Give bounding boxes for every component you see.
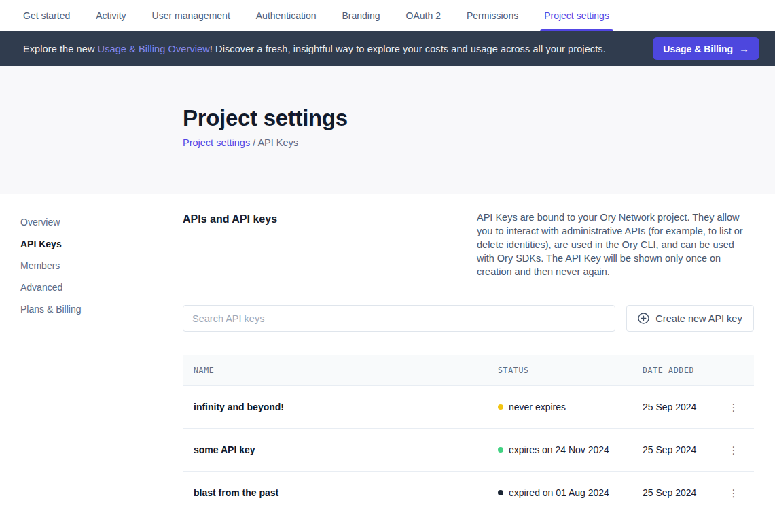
breadcrumb-project-settings-link[interactable]: Project settings xyxy=(183,137,250,148)
section-description: API Keys are bound to your Ory Network p… xyxy=(477,211,754,279)
api-keys-table: NAME STATUS DATE ADDED infinity and beyo… xyxy=(183,355,754,514)
section-intro: APIs and API keys API Keys are bound to … xyxy=(183,211,754,279)
column-header-status: STATUS xyxy=(498,366,643,375)
column-header-date-added: DATE ADDED xyxy=(643,366,724,375)
usage-billing-button-label: Usage & Billing xyxy=(663,43,733,54)
nav-tab-user-management[interactable]: User management xyxy=(152,0,230,31)
kebab-menu-icon[interactable]: ⋮ xyxy=(725,485,743,501)
page-header: Project settings Project settings / API … xyxy=(0,66,775,194)
breadcrumb-separator: / xyxy=(253,137,255,148)
nav-tab-authentication[interactable]: Authentication xyxy=(256,0,317,31)
circle-plus-icon xyxy=(638,313,649,324)
banner-message: Explore the new Usage & Billing Overview… xyxy=(23,43,606,54)
kebab-menu-icon[interactable]: ⋮ xyxy=(725,400,743,415)
api-key-name: some API key xyxy=(194,444,498,455)
sidebar-item-api-keys[interactable]: API Keys xyxy=(20,237,183,251)
section-title: APIs and API keys xyxy=(183,211,277,226)
sidebar-item-plans-billing[interactable]: Plans & Billing xyxy=(20,302,183,316)
status-dot-icon xyxy=(498,490,503,495)
status-text: never expires xyxy=(509,402,566,412)
breadcrumb-current: API Keys xyxy=(257,137,298,148)
status-text: expired on 01 Aug 2024 xyxy=(509,487,609,498)
api-keys-section: APIs and API keys API Keys are bound to … xyxy=(183,194,754,514)
sidebar-item-members[interactable]: Members xyxy=(20,259,183,272)
table-row: some API key expires on 24 Nov 2024 25 S… xyxy=(183,429,754,472)
usage-billing-overview-link[interactable]: Usage & Billing Overview xyxy=(98,43,210,54)
breadcrumb: Project settings / API Keys xyxy=(183,137,775,148)
nav-tab-branding[interactable]: Branding xyxy=(342,0,380,31)
settings-sidebar: Overview API Keys Members Advanced Plans… xyxy=(0,194,183,514)
search-input[interactable] xyxy=(183,305,615,332)
api-key-date-added: 25 Sep 2024 xyxy=(643,487,724,498)
announcement-banner: Explore the new Usage & Billing Overview… xyxy=(0,31,775,66)
api-key-name: infinity and beyond! xyxy=(194,402,498,412)
table-actions-row: Create new API key xyxy=(183,305,754,332)
sidebar-item-advanced[interactable]: Advanced xyxy=(20,281,183,294)
banner-text-before: Explore the new xyxy=(23,43,98,54)
nav-tab-activity[interactable]: Activity xyxy=(96,0,126,31)
top-navigation: Get started Activity User management Aut… xyxy=(0,0,775,31)
sidebar-item-overview[interactable]: Overview xyxy=(20,215,183,229)
status-dot-icon xyxy=(498,404,503,410)
usage-billing-button[interactable]: Usage & Billing → xyxy=(653,37,759,60)
api-key-status: expires on 24 Nov 2024 xyxy=(498,444,643,455)
api-key-date-added: 25 Sep 2024 xyxy=(643,444,724,455)
status-dot-icon xyxy=(498,447,503,453)
api-key-date-added: 25 Sep 2024 xyxy=(643,402,724,412)
api-key-name: blast from the past xyxy=(194,487,498,498)
nav-tab-project-settings[interactable]: Project settings xyxy=(544,0,609,31)
nav-tab-get-started[interactable]: Get started xyxy=(23,0,70,31)
create-api-key-button[interactable]: Create new API key xyxy=(626,305,754,332)
page-title: Project settings xyxy=(183,105,775,131)
api-key-status: expired on 01 Aug 2024 xyxy=(498,487,643,498)
table-header-row: NAME STATUS DATE ADDED xyxy=(183,355,754,386)
table-row: blast from the past expired on 01 Aug 20… xyxy=(183,472,754,514)
banner-text-after: ! Discover a fresh, insightful way to ex… xyxy=(210,43,606,54)
api-key-status: never expires xyxy=(498,402,643,412)
nav-tab-permissions[interactable]: Permissions xyxy=(467,0,518,31)
status-text: expires on 24 Nov 2024 xyxy=(509,444,609,455)
nav-tab-oauth2[interactable]: OAuth 2 xyxy=(406,0,441,31)
arrow-right-icon: → xyxy=(739,43,749,54)
create-api-key-button-label: Create new API key xyxy=(655,313,742,324)
table-row: infinity and beyond! never expires 25 Se… xyxy=(183,386,754,429)
column-header-name: NAME xyxy=(194,366,498,375)
content-area: Overview API Keys Members Advanced Plans… xyxy=(0,194,775,514)
kebab-menu-icon[interactable]: ⋮ xyxy=(725,442,743,458)
